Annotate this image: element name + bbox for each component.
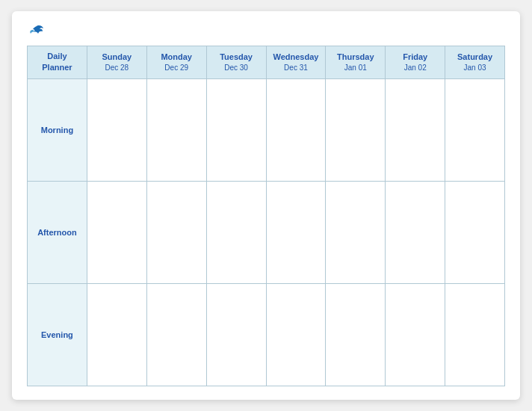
day-name: Monday: [149, 52, 205, 63]
evening-tuesday-cell[interactable]: [206, 283, 266, 386]
afternoon-saturday-cell[interactable]: [445, 181, 505, 283]
row-morning: Morning: [28, 78, 505, 181]
day-date: Jan 03: [447, 63, 503, 73]
day-date: Jan 02: [387, 63, 443, 73]
afternoon-thursday-cell[interactable]: [326, 181, 386, 283]
day-name: Wednesday: [268, 52, 324, 63]
evening-friday-cell[interactable]: [386, 283, 445, 386]
evening-wednesday-cell[interactable]: [266, 283, 326, 386]
afternoon-friday-cell[interactable]: [386, 181, 445, 283]
morning-wednesday-cell[interactable]: [266, 78, 326, 181]
morning-tuesday-cell[interactable]: [206, 78, 266, 181]
afternoon-monday-cell[interactable]: [146, 181, 206, 283]
calendar-table: DailyPlannerSundayDec 28MondayDec 29Tues…: [27, 46, 505, 386]
daily-planner-label: DailyPlanner: [42, 52, 72, 72]
column-header-thursday: ThursdayJan 01: [326, 46, 386, 79]
day-name: Saturday: [447, 52, 503, 63]
row-afternoon: Afternoon: [28, 181, 505, 283]
header-row: DailyPlannerSundayDec 28MondayDec 29Tues…: [28, 46, 505, 79]
afternoon-tuesday-cell[interactable]: [206, 181, 266, 283]
column-header-label: DailyPlanner: [28, 46, 87, 79]
day-date: Dec 28: [89, 63, 145, 73]
morning-saturday-cell[interactable]: [445, 78, 505, 181]
day-name: Thursday: [327, 52, 383, 63]
header: [27, 25, 505, 37]
planner-page: DailyPlannerSundayDec 28MondayDec 29Tues…: [12, 11, 520, 400]
day-name: Sunday: [89, 52, 145, 63]
logo-bird-icon: [29, 25, 44, 37]
logo: [27, 25, 44, 37]
column-header-wednesday: WednesdayDec 31: [266, 46, 326, 79]
day-date: Dec 29: [149, 63, 205, 73]
row-evening: Evening: [28, 283, 505, 386]
column-header-friday: FridayJan 02: [386, 46, 445, 79]
evening-thursday-cell[interactable]: [326, 283, 386, 386]
afternoon-label: Afternoon: [28, 181, 87, 283]
evening-saturday-cell[interactable]: [445, 283, 505, 386]
morning-thursday-cell[interactable]: [326, 78, 386, 181]
day-date: Jan 01: [327, 63, 383, 73]
column-header-tuesday: TuesdayDec 30: [206, 46, 266, 79]
morning-friday-cell[interactable]: [386, 78, 445, 181]
afternoon-wednesday-cell[interactable]: [266, 181, 326, 283]
afternoon-sunday-cell[interactable]: [87, 181, 146, 283]
morning-monday-cell[interactable]: [146, 78, 206, 181]
logo-area: [27, 25, 44, 37]
evening-monday-cell[interactable]: [146, 283, 206, 386]
day-date: Dec 31: [268, 63, 324, 73]
morning-sunday-cell[interactable]: [87, 78, 146, 181]
column-header-monday: MondayDec 29: [146, 46, 206, 79]
day-name: Friday: [387, 52, 443, 63]
column-header-saturday: SaturdayJan 03: [445, 46, 505, 79]
evening-label: Evening: [28, 283, 87, 386]
day-name: Tuesday: [208, 52, 265, 63]
morning-label: Morning: [28, 78, 87, 181]
day-date: Dec 30: [208, 63, 265, 73]
evening-sunday-cell[interactable]: [87, 283, 146, 386]
column-header-sunday: SundayDec 28: [87, 46, 146, 79]
